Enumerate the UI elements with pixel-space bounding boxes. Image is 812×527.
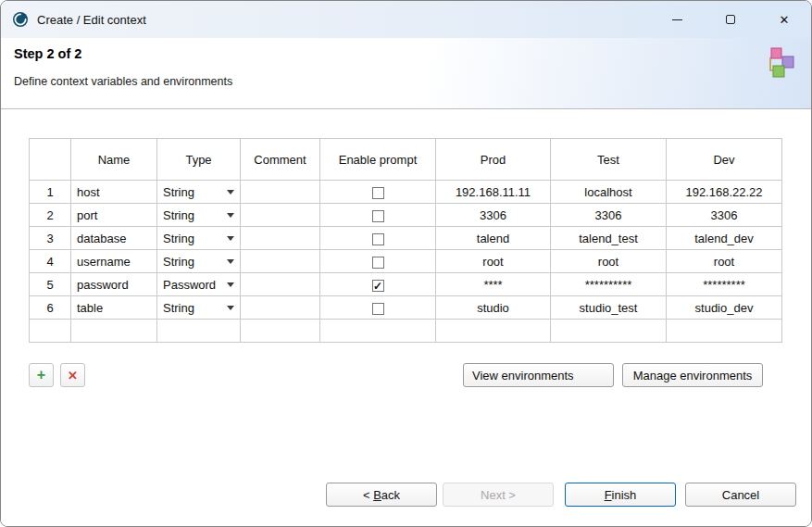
type-value: String (163, 301, 194, 315)
dropdown-arrow-icon[interactable] (227, 213, 234, 218)
table-row: 6tableStringstudiostudio_teststudio_dev (30, 296, 782, 320)
minimize-icon (672, 19, 682, 20)
test-value-cell[interactable]: ********** (551, 273, 667, 296)
type-cell[interactable]: String (157, 181, 241, 204)
type-value: String (163, 232, 194, 245)
enable-prompt-checkbox[interactable] (372, 303, 384, 315)
row-number-cell: 5 (30, 273, 71, 296)
column-header-test: Test (551, 139, 667, 181)
comment-cell[interactable] (241, 296, 320, 320)
dialog-window: Create / Edit context ✕ Step 2 of 2 Defi… (0, 0, 812, 527)
prod-value-cell[interactable]: 192.168.11.11 (436, 181, 551, 204)
dev-value-cell[interactable]: 3306 (667, 204, 782, 227)
empty-row (30, 320, 782, 343)
type-cell[interactable]: String (157, 250, 241, 273)
type-cell[interactable]: String (157, 227, 241, 250)
close-button[interactable]: ✕ (757, 1, 811, 38)
empty-cell[interactable] (71, 320, 157, 343)
empty-cell[interactable] (436, 320, 551, 343)
table-row: 4usernameStringrootrootroot (30, 250, 782, 273)
add-variable-button[interactable]: + (29, 363, 54, 387)
prod-value-cell[interactable]: 3306 (436, 204, 551, 227)
variable-name-cell[interactable]: username (71, 250, 157, 273)
row-number-cell: 1 (30, 181, 71, 204)
prod-value-cell[interactable]: root (436, 250, 551, 273)
test-value-cell[interactable]: studio_test (551, 296, 667, 320)
dropdown-arrow-icon[interactable] (227, 282, 234, 287)
dev-value-cell[interactable]: talend_dev (667, 227, 782, 250)
enable-prompt-cell (320, 204, 436, 227)
enable-prompt-checkbox[interactable] (372, 233, 384, 245)
dev-value-cell[interactable]: 192.168.22.22 (667, 181, 782, 204)
cancel-button[interactable]: Cancel (685, 483, 796, 507)
wizard-header: Step 2 of 2 Define context variables and… (1, 38, 811, 109)
variable-name-cell[interactable]: port (71, 204, 157, 227)
maximize-button[interactable] (704, 1, 757, 38)
dev-value-cell[interactable]: ********* (667, 273, 782, 296)
type-cell[interactable]: String (157, 296, 241, 320)
prod-value-cell[interactable]: studio (436, 296, 551, 320)
comment-cell[interactable] (241, 273, 320, 296)
test-value-cell[interactable]: localhost (551, 181, 667, 204)
prod-value-cell[interactable]: **** (436, 273, 551, 296)
empty-cell[interactable] (157, 320, 241, 343)
finish-button[interactable]: Finish (565, 483, 676, 507)
next-button[interactable]: Next > (443, 483, 554, 507)
empty-cell[interactable] (30, 320, 71, 343)
step-title: Step 2 of 2 (14, 46, 81, 61)
empty-cell[interactable] (320, 320, 436, 343)
dropdown-arrow-icon[interactable] (227, 236, 234, 241)
context-table-body: 1hostString192.168.11.11localhost192.168… (30, 181, 782, 343)
dropdown-arrow-icon[interactable] (227, 306, 234, 310)
enable-prompt-cell (320, 296, 436, 320)
back-button[interactable]: < Back (326, 483, 437, 507)
row-number-cell: 3 (30, 227, 71, 250)
enable-prompt-cell (320, 250, 436, 273)
prod-value-cell[interactable]: talend (436, 227, 551, 250)
footer-buttons: < Back Next > Finish Cancel (326, 483, 796, 507)
minimize-button[interactable] (650, 1, 704, 38)
remove-variable-button[interactable]: ✕ (60, 363, 85, 387)
type-value: String (163, 185, 194, 199)
type-cell[interactable]: String (157, 204, 241, 227)
enable-prompt-checkbox[interactable] (372, 257, 384, 269)
dialog-content: NameTypeCommentEnable promptProdTestDev … (1, 110, 811, 526)
comment-cell[interactable] (241, 227, 320, 250)
view-environments-button[interactable]: View environments (463, 363, 614, 387)
comment-cell[interactable] (241, 181, 320, 204)
test-value-cell[interactable]: 3306 (551, 204, 667, 227)
column-header-comment: Comment (241, 139, 320, 181)
variable-name-cell[interactable]: host (71, 181, 157, 204)
enable-prompt-cell (320, 181, 436, 204)
window-controls: ✕ (650, 1, 811, 38)
type-cell[interactable]: Password (157, 273, 241, 296)
dev-value-cell[interactable]: root (667, 250, 782, 273)
manage-environments-button[interactable]: Manage environments (622, 363, 763, 387)
variable-name-cell[interactable]: table (71, 296, 157, 320)
dropdown-arrow-icon[interactable] (227, 259, 234, 264)
enable-prompt-checkbox[interactable] (372, 280, 384, 292)
test-value-cell[interactable]: root (551, 250, 667, 273)
maximize-icon (726, 15, 735, 24)
enable-prompt-checkbox[interactable] (372, 187, 384, 199)
enable-prompt-cell (320, 273, 436, 296)
dev-value-cell[interactable]: studio_dev (667, 296, 782, 320)
enable-prompt-checkbox[interactable] (372, 210, 384, 222)
empty-cell[interactable] (667, 320, 782, 343)
table-row: 3databaseStringtalendtalend_testtalend_d… (30, 227, 782, 250)
column-header-prod: Prod (436, 139, 551, 181)
row-number-cell: 6 (30, 296, 71, 320)
comment-cell[interactable] (241, 204, 320, 227)
app-icon (12, 11, 29, 28)
test-value-cell[interactable]: talend_test (551, 227, 667, 250)
dropdown-arrow-icon[interactable] (227, 190, 234, 194)
variable-name-cell[interactable]: database (71, 227, 157, 250)
enable-prompt-cell (320, 227, 436, 250)
row-number-cell: 4 (30, 250, 71, 273)
row-number-cell: 2 (30, 204, 71, 227)
empty-cell[interactable] (241, 320, 320, 343)
comment-cell[interactable] (241, 250, 320, 273)
variable-name-cell[interactable]: password (71, 273, 157, 296)
empty-cell[interactable] (551, 320, 667, 343)
table-row: 5passwordPassword*********************** (30, 273, 782, 296)
